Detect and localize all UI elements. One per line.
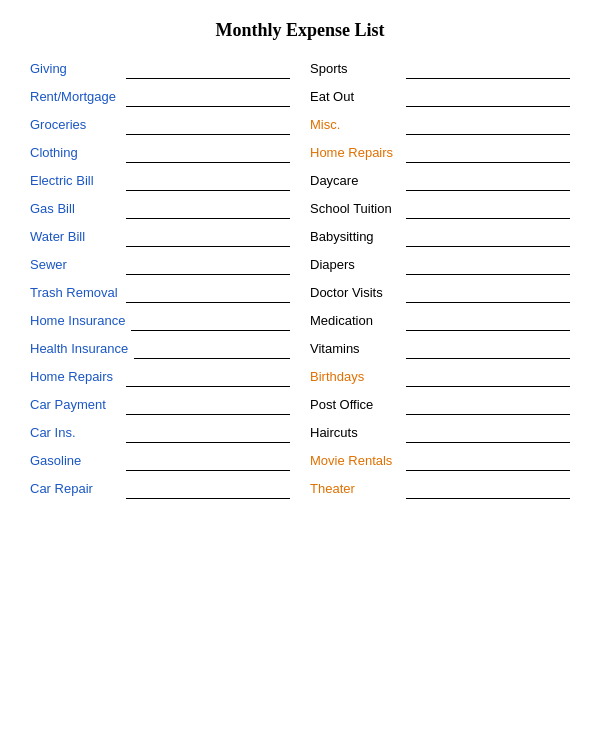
- expense-label: Eat Out: [310, 89, 400, 107]
- left-column: GivingRent/MortgageGroceriesClothingElec…: [30, 61, 290, 509]
- list-item: Home Insurance: [30, 313, 290, 331]
- expense-input-line: [126, 397, 290, 415]
- expense-label: Theater: [310, 481, 400, 499]
- list-item: Clothing: [30, 145, 290, 163]
- list-item: Eat Out: [310, 89, 570, 107]
- list-item: Car Ins.: [30, 425, 290, 443]
- expense-input-line: [406, 453, 570, 471]
- expense-label: Car Payment: [30, 397, 120, 415]
- expense-label: Trash Removal: [30, 285, 120, 303]
- expense-input-line: [406, 369, 570, 387]
- expense-input-line: [126, 285, 290, 303]
- expense-label: Electric Bill: [30, 173, 120, 191]
- list-item: Home Repairs: [310, 145, 570, 163]
- expense-input-line: [126, 369, 290, 387]
- list-item: Birthdays: [310, 369, 570, 387]
- list-item: Car Repair: [30, 481, 290, 499]
- list-item: Daycare: [310, 173, 570, 191]
- expense-label: Movie Rentals: [310, 453, 400, 471]
- list-item: Groceries: [30, 117, 290, 135]
- expense-label: Car Ins.: [30, 425, 120, 443]
- expense-label: Diapers: [310, 257, 400, 275]
- expense-label: Gas Bill: [30, 201, 120, 219]
- list-item: Misc.: [310, 117, 570, 135]
- expense-input-line: [406, 397, 570, 415]
- expense-input-line: [126, 229, 290, 247]
- expense-input-line: [126, 145, 290, 163]
- list-item: Movie Rentals: [310, 453, 570, 471]
- expense-label: School Tuition: [310, 201, 400, 219]
- list-item: School Tuition: [310, 201, 570, 219]
- expense-input-line: [126, 117, 290, 135]
- expense-input-line: [406, 481, 570, 499]
- expense-input-line: [406, 145, 570, 163]
- expense-label: Water Bill: [30, 229, 120, 247]
- expense-label: Car Repair: [30, 481, 120, 499]
- list-item: Electric Bill: [30, 173, 290, 191]
- expense-input-line: [126, 481, 290, 499]
- expense-label: Post Office: [310, 397, 400, 415]
- list-item: Rent/Mortgage: [30, 89, 290, 107]
- expense-label: Home Repairs: [30, 369, 120, 387]
- page-title: Monthly Expense List: [30, 20, 570, 41]
- expense-label: Groceries: [30, 117, 120, 135]
- expense-input-line: [406, 425, 570, 443]
- expense-input-line: [134, 341, 290, 359]
- expense-label: Daycare: [310, 173, 400, 191]
- list-item: Trash Removal: [30, 285, 290, 303]
- expense-label: Giving: [30, 61, 120, 79]
- expense-label: Home Repairs: [310, 145, 400, 163]
- list-item: Diapers: [310, 257, 570, 275]
- expense-input-line: [406, 257, 570, 275]
- list-item: Medication: [310, 313, 570, 331]
- expense-input-line: [126, 173, 290, 191]
- list-item: Gasoline: [30, 453, 290, 471]
- expense-input-line: [406, 117, 570, 135]
- list-item: Giving: [30, 61, 290, 79]
- expense-input-line: [406, 173, 570, 191]
- list-item: Doctor Visits: [310, 285, 570, 303]
- list-item: Sewer: [30, 257, 290, 275]
- expense-input-line: [406, 229, 570, 247]
- expense-label: Gasoline: [30, 453, 120, 471]
- expense-input-line: [406, 201, 570, 219]
- expense-label: Rent/Mortgage: [30, 89, 120, 107]
- expense-label: Doctor Visits: [310, 285, 400, 303]
- list-item: Babysitting: [310, 229, 570, 247]
- expense-input-line: [126, 89, 290, 107]
- expense-input-line: [406, 89, 570, 107]
- list-item: Health Insurance: [30, 341, 290, 359]
- expense-label: Medication: [310, 313, 400, 331]
- list-item: Post Office: [310, 397, 570, 415]
- expense-label: Misc.: [310, 117, 400, 135]
- expense-label: Health Insurance: [30, 341, 128, 359]
- expense-input-line: [126, 453, 290, 471]
- list-item: Home Repairs: [30, 369, 290, 387]
- list-item: Vitamins: [310, 341, 570, 359]
- expense-input-line: [131, 313, 290, 331]
- expense-label: Babysitting: [310, 229, 400, 247]
- expense-input-line: [126, 257, 290, 275]
- expense-label: Sports: [310, 61, 400, 79]
- list-item: Theater: [310, 481, 570, 499]
- expense-label: Birthdays: [310, 369, 400, 387]
- expense-label: Home Insurance: [30, 313, 125, 331]
- expense-label: Vitamins: [310, 341, 400, 359]
- expense-grid: GivingRent/MortgageGroceriesClothingElec…: [30, 61, 570, 509]
- list-item: Gas Bill: [30, 201, 290, 219]
- expense-label: Sewer: [30, 257, 120, 275]
- expense-input-line: [126, 201, 290, 219]
- expense-input-line: [406, 285, 570, 303]
- expense-label: Clothing: [30, 145, 120, 163]
- list-item: Haircuts: [310, 425, 570, 443]
- list-item: Sports: [310, 61, 570, 79]
- expense-input-line: [406, 61, 570, 79]
- expense-label: Haircuts: [310, 425, 400, 443]
- expense-input-line: [406, 313, 570, 331]
- list-item: Car Payment: [30, 397, 290, 415]
- list-item: Water Bill: [30, 229, 290, 247]
- right-column: SportsEat OutMisc.Home RepairsDaycareSch…: [310, 61, 570, 509]
- expense-input-line: [126, 61, 290, 79]
- expense-input-line: [406, 341, 570, 359]
- expense-input-line: [126, 425, 290, 443]
